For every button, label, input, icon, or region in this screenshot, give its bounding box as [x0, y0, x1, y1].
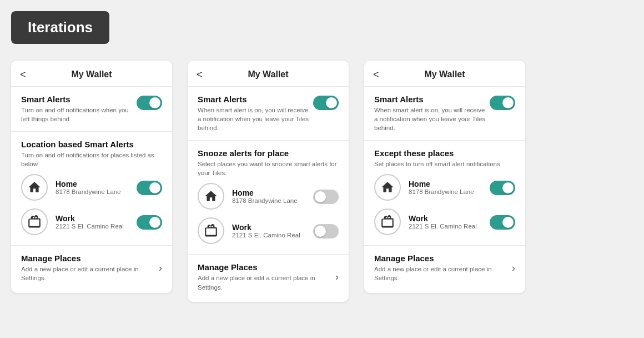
card-1-smart-alerts-toggle[interactable]: [137, 96, 162, 110]
card-3-back-arrow[interactable]: <: [373, 69, 379, 81]
card-1-work-addr: 2121 S El. Camino Real: [56, 223, 129, 230]
card-2-snooze: Snooze alerts for place Select places yo…: [188, 141, 349, 246]
card-2-title: My Wallet: [248, 69, 288, 79]
card-1-work-name: Work: [56, 214, 129, 223]
card-3-title: My Wallet: [424, 69, 465, 79]
card-1-manage-row[interactable]: Manage Places Add a new place or edit a …: [21, 254, 162, 282]
card-2-manage-chevron[interactable]: ›: [335, 271, 339, 283]
card-1-smart-alerts-title: Smart Alerts: [21, 95, 137, 104]
card-2-smart-alerts-desc: When smart alert is on, you will receive…: [198, 106, 313, 132]
card-1-home-addr: 8178 Brandywine Lane: [56, 188, 129, 195]
card-3-home-toggle[interactable]: [490, 181, 515, 195]
card-2-home-name: Home: [232, 188, 305, 197]
card-2-manage-row[interactable]: Manage Places Add a new place or edit a …: [198, 262, 339, 291]
card-3-manage-chevron[interactable]: ›: [512, 262, 515, 274]
card-1-manage-chevron[interactable]: ›: [159, 262, 162, 274]
card-1-home-name: Home: [56, 180, 129, 188]
card-2-manage-title: Manage Places: [198, 262, 335, 272]
card-2-back-arrow[interactable]: <: [197, 69, 203, 81]
card-2-smart-alerts-title: Smart Alerts: [198, 95, 313, 104]
card-2-work-name: Work: [232, 223, 305, 232]
card-3-home-icon: [374, 174, 401, 201]
card-1-place-work: Work 2121 S El. Camino Real: [21, 203, 162, 237]
card-3-manage: Manage Places Add a new place or edit a …: [364, 246, 525, 282]
card-1: < My Wallet Smart Alerts Turn on and off…: [11, 61, 172, 293]
card-2-work-icon: [198, 217, 224, 244]
card-3-smart-alerts-row: Smart Alerts When smart alert is on, you…: [374, 95, 515, 132]
card-1-smart-alerts-row: Smart Alerts Turn on and off notificatio…: [21, 95, 162, 123]
card-1-location-title: Location based Smart Alerts: [21, 140, 162, 149]
card-1-location-alerts: Location based Smart Alerts Turn on and …: [11, 132, 172, 237]
card-3-smart-alerts: Smart Alerts When smart alert is on, you…: [364, 87, 525, 132]
card-3-except-desc: Set places to turn off smart alert notif…: [374, 160, 515, 168]
card-3-manage-title: Manage Places: [374, 254, 512, 263]
card-2-home-addr: 8178 Brandywine Lane: [232, 197, 305, 204]
card-2-smart-alerts-row: Smart Alerts When smart alert is on, you…: [198, 95, 339, 132]
card-3-smart-alerts-desc: When smart alert is on, you will receive…: [374, 106, 490, 132]
card-3-work-toggle[interactable]: [490, 215, 515, 230]
card-2-place-work: Work 2121 S El. Camino Real: [198, 212, 339, 246]
card-1-header: < My Wallet: [11, 61, 172, 87]
card-3-smart-alerts-title: Smart Alerts: [374, 95, 490, 104]
card-2-manage: Manage Places Add a new place or edit a …: [188, 255, 349, 291]
card-1-title: My Wallet: [71, 69, 112, 79]
card-3-except-title: Except these places: [374, 148, 515, 158]
card-3-home-name: Home: [409, 180, 482, 188]
card-1-manage-desc: Add a new place or edit a current place …: [21, 265, 159, 282]
cards-container: < My Wallet Smart Alerts Turn on and off…: [11, 61, 633, 302]
page-title-box: Iterations: [11, 11, 109, 44]
card-2-header: < My Wallet: [188, 61, 349, 87]
card-1-work-icon: [21, 208, 48, 235]
card-1-back-arrow[interactable]: <: [20, 69, 26, 81]
card-3-smart-alerts-toggle[interactable]: [490, 96, 515, 110]
card-3-work-addr: 2121 S El. Camino Real: [409, 223, 482, 230]
card-1-place-home: Home 8178 Brandywine Lane: [21, 168, 162, 203]
card-3-except: Except these places Set places to turn o…: [364, 141, 525, 237]
card-2-work-addr: 2121 S El. Camino Real: [232, 232, 305, 238]
card-2: < My Wallet Smart Alerts When smart aler…: [188, 61, 349, 302]
card-1-home-icon: [21, 174, 48, 201]
card-1-manage: Manage Places Add a new place or edit a …: [11, 246, 172, 282]
card-1-manage-title: Manage Places: [21, 254, 159, 263]
card-3-home-addr: 8178 Brandywine Lane: [409, 188, 482, 195]
card-3-work-name: Work: [409, 214, 482, 223]
card-3-manage-desc: Add a new place or edit a current place …: [374, 265, 512, 282]
card-1-work-toggle[interactable]: [137, 215, 162, 230]
card-1-smart-alerts-desc: Turn on and off notifications when you l…: [21, 106, 137, 123]
card-2-work-toggle[interactable]: [313, 224, 339, 238]
card-1-smart-alerts: Smart Alerts Turn on and off notificatio…: [11, 87, 172, 123]
card-2-smart-alerts-toggle[interactable]: [313, 96, 339, 110]
card-2-snooze-title: Snooze alerts for place: [198, 148, 339, 158]
card-2-manage-desc: Add a new place or edit a current place …: [198, 274, 335, 291]
card-3-work-icon: [374, 208, 401, 235]
card-2-place-home: Home 8178 Brandywine Lane: [198, 177, 339, 212]
card-2-home-toggle[interactable]: [313, 190, 339, 204]
card-2-smart-alerts: Smart Alerts When smart alert is on, you…: [188, 87, 349, 132]
card-3-manage-row[interactable]: Manage Places Add a new place or edit a …: [374, 254, 515, 282]
card-2-snooze-desc: Select places you want to snooze smart a…: [198, 160, 339, 177]
card-1-location-desc: Turn on and off notifications for places…: [21, 151, 162, 168]
card-3-place-work: Work 2121 S El. Camino Real: [374, 203, 515, 237]
card-3: < My Wallet Smart Alerts When smart aler…: [364, 61, 525, 293]
page-title: Iterations: [28, 19, 93, 36]
card-3-place-home: Home 8178 Brandywine Lane: [374, 168, 515, 203]
card-1-home-toggle[interactable]: [137, 181, 162, 195]
card-3-header: < My Wallet: [364, 61, 525, 87]
card-2-home-icon: [198, 183, 224, 210]
